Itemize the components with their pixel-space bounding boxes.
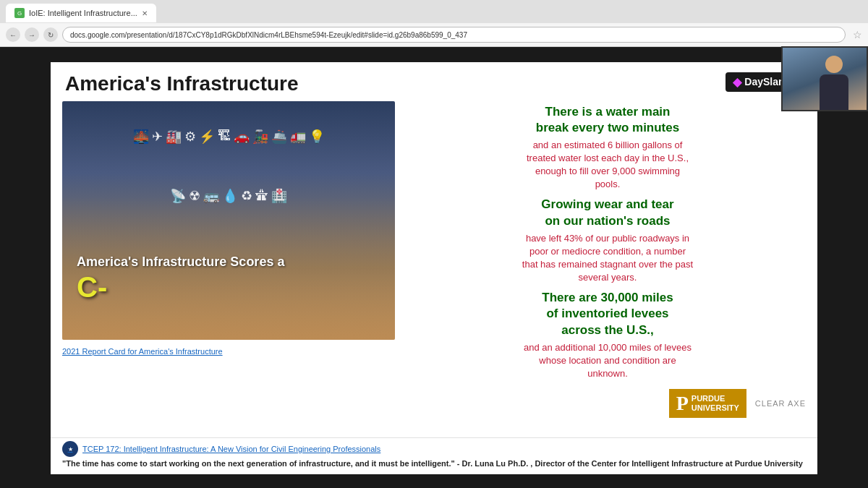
address-bar[interactable]: docs.google.com/presentation/d/187CxCY8p… <box>62 27 846 43</box>
bulb-icon: 💡 <box>309 129 325 145</box>
url-text: docs.google.com/presentation/d/187CxCY8p… <box>70 31 467 39</box>
stat-detail-2: have left 43% of our public roadways inp… <box>409 232 806 285</box>
presenter-video <box>781 46 868 111</box>
bookmark-icon[interactable]: ☆ <box>853 29 862 40</box>
ship-icon: 🚢 <box>271 129 287 145</box>
slide-caption: ★ TCEP 172: Intelligent Infrastructure: … <box>51 437 817 474</box>
hospital-icon: 🏥 <box>271 188 287 204</box>
stat-detail-1: and an estimated 6 billion gallons oftre… <box>409 139 806 192</box>
slide-left: 🌉 ✈ 🏭 ⚙ ⚡ 🏗 🚗 🚂 🚢 🚛 💡 📡 ☢ 🚌 <box>62 101 395 431</box>
stat-detail-3: and an additional 10,000 miles of levees… <box>409 341 806 381</box>
address-bar-row: ← → ↻ docs.google.com/presentation/d/187… <box>0 23 868 46</box>
water-icon: 💧 <box>222 188 238 204</box>
report-card-link[interactable]: 2021 Report Card for America's Infrastru… <box>62 347 395 356</box>
factory-icon: 🏭 <box>166 129 182 145</box>
image-text-overlay: America's Infrastructure Scores a C- <box>77 254 380 303</box>
browser-chrome: G IoIE: Intelligent Infrastructure... ✕ … <box>0 0 868 47</box>
clearaxe-logo: CLEAR AXE <box>755 399 806 408</box>
slide-right: There is a water mainbreak every two min… <box>409 101 806 431</box>
image-subtitle: America's Infrastructure Scores a <box>77 254 380 270</box>
slide-title: America's Infrastructure <box>65 72 803 95</box>
caption-link-row[interactable]: ★ TCEP 172: Intelligent Infrastructure: … <box>62 441 806 457</box>
slide-container: ◆ DaySlam24 America's Infrastructure 🌉 ✈… <box>51 62 817 474</box>
bridge-icon: 🌉 <box>133 129 149 145</box>
tcep-link-text: TCEP 172: Intelligent Infrastructure: A … <box>82 445 380 453</box>
bottom-logos: P PURDUEUNIVERSITY CLEAR AXE <box>409 389 806 418</box>
main-content: ◆ DaySlam24 America's Infrastructure 🌉 ✈… <box>0 47 868 488</box>
tab-close-button[interactable]: ✕ <box>142 9 148 17</box>
plane-icon: ✈ <box>152 129 163 145</box>
purdue-p-letter: P <box>676 392 689 415</box>
forward-button[interactable]: → <box>25 27 39 42</box>
recycle-icon: ♻ <box>241 188 252 204</box>
stat-block-1: There is a water mainbreak every two min… <box>409 104 806 192</box>
presenter-head <box>825 56 843 73</box>
tab-favicon: G <box>14 8 25 18</box>
icons-cloud: 🌉 ✈ 🏭 ⚙ ⚡ 🏗 🚗 🚂 🚢 🚛 💡 📡 ☢ 🚌 <box>127 108 330 224</box>
presenter-silhouette <box>812 56 856 110</box>
dayslam-icon: ◆ <box>733 75 741 89</box>
purdue-logo: P PURDUEUNIVERSITY <box>669 389 746 418</box>
purdue-text: PURDUEUNIVERSITY <box>692 394 739 413</box>
stat-block-2: Growing wear and tearon our nation's roa… <box>409 197 806 284</box>
road-icon: 🛣 <box>255 188 268 203</box>
stat-heading-3: There are 30,000 milesof inventoried lev… <box>409 290 806 338</box>
truck-icon: 🚛 <box>290 129 306 145</box>
tower-icon: 📡 <box>170 188 186 204</box>
slide-body: 🌉 ✈ 🏭 ⚙ ⚡ 🏗 🚗 🚂 🚢 🚛 💡 📡 ☢ 🚌 <box>51 101 817 437</box>
gear-icon: ⚙ <box>184 129 196 145</box>
bus-icon: 🚌 <box>203 188 219 204</box>
refresh-button[interactable]: ↻ <box>43 27 58 42</box>
nuclear-icon: ☢ <box>189 188 200 204</box>
browser-tab[interactable]: G IoIE: Intelligent Infrastructure... ✕ <box>6 4 156 22</box>
power-icon: ⚡ <box>199 129 215 145</box>
building-icon: 🏗 <box>218 129 231 144</box>
tab-bar: G IoIE: Intelligent Infrastructure... ✕ <box>0 0 868 23</box>
clearaxe-text: CLEAR AXE <box>755 399 806 408</box>
stat-heading-1: There is a water mainbreak every two min… <box>409 104 806 136</box>
slide-header: America's Infrastructure <box>51 62 817 101</box>
image-grade: C- <box>77 271 380 304</box>
infrastructure-image: 🌉 ✈ 🏭 ⚙ ⚡ 🏗 🚗 🚂 🚢 🚛 💡 📡 ☢ 🚌 <box>62 101 395 340</box>
presenter-body <box>820 74 848 111</box>
stat-block-3: There are 30,000 milesof inventoried lev… <box>409 290 806 380</box>
caption-quote: "The time has come to start working on t… <box>62 458 806 469</box>
organization-seal: ★ <box>62 441 78 457</box>
back-button[interactable]: ← <box>6 27 20 42</box>
stat-heading-2: Growing wear and tearon our nation's roa… <box>409 197 806 228</box>
tab-label: IoIE: Intelligent Infrastructure... <box>29 9 137 17</box>
train-icon: 🚂 <box>252 129 268 145</box>
car-icon: 🚗 <box>234 129 250 145</box>
